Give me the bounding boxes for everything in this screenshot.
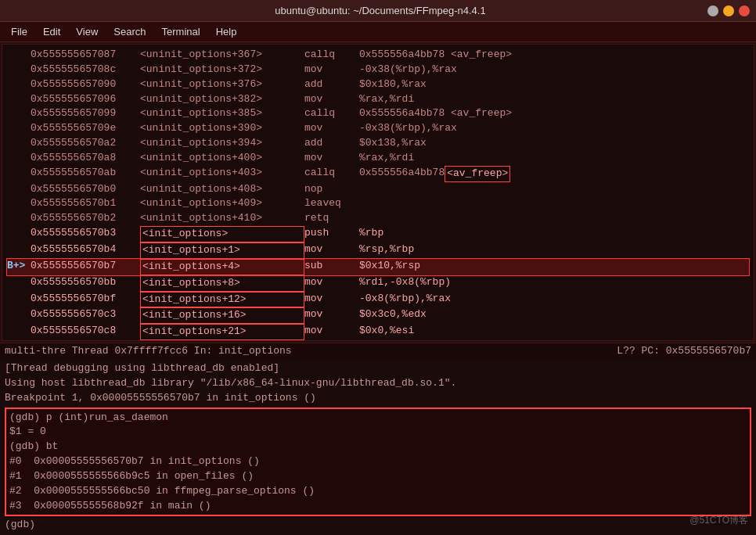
window-controls[interactable] <box>707 5 750 16</box>
asm-marker <box>7 166 31 182</box>
asm-line: 0x5555556570b0 <uninit_options+408> nop <box>7 182 749 197</box>
asm-operand: %rax,%rdi <box>359 151 414 166</box>
asm-address: 0x5555556570b0 <box>31 182 140 197</box>
gdb-line: (gdb) p (int)run_as_daemon <box>9 411 747 425</box>
assembly-view: 0x555555657087 <uninit_options+367> call… <box>2 44 754 341</box>
menu-file[interactable]: File <box>3 24 35 39</box>
asm-address: 0x55555565708c <box>31 63 140 77</box>
asm-function: <uninit_options+376> <box>140 77 304 92</box>
asm-marker <box>7 106 31 121</box>
asm-operand: -0x8(%rbp),%rax <box>359 292 451 308</box>
asm-function: <uninit_options+400> <box>140 151 304 166</box>
asm-marker <box>7 63 31 77</box>
asm-line: 0x55555565709e <uninit_options+390> mov … <box>7 121 749 136</box>
asm-operand: %rax,%rdi <box>359 340 414 341</box>
asm-address: 0x5555556570b7 <box>31 259 140 275</box>
asm-line: 0x5555556570b4 <init_options+1> mov %rsp… <box>7 242 749 259</box>
status-right: L?? PC: 0x5555556570b7 <box>617 345 751 357</box>
asm-address: 0x5555556570a8 <box>31 151 140 166</box>
menu-terminal[interactable]: Terminal <box>154 24 208 39</box>
asm-line: 0x555555657096 <uninit_options+382> mov … <box>7 92 749 107</box>
asm-address: 0x5555556570c8 <box>31 324 140 340</box>
asm-address: 0x5555556570b1 <box>31 196 140 211</box>
asm-marker <box>7 92 31 107</box>
asm-address: 0x5555556570b2 <box>31 211 140 226</box>
asm-address: 0x555555657099 <box>31 106 140 121</box>
asm-address: 0x5555556570bf <box>31 292 140 308</box>
asm-marker <box>7 121 31 136</box>
asm-line: 0x5555556570b3 <init_options> push %rbp <box>7 226 749 242</box>
asm-operand: -0x38(%rbp),%rax <box>359 63 457 77</box>
asm-line: 0x555555657090 <uninit_options+376> add … <box>7 77 749 92</box>
maximize-button[interactable] <box>723 5 734 16</box>
asm-operand: 0x555556a4bb78 <av_freep> <box>359 48 512 63</box>
terminal-line: Breakpoint 1, 0x00005555556570b7 in init… <box>5 391 751 406</box>
asm-line: 0x5555556570a8 <uninit_options+400> mov … <box>7 151 749 166</box>
asm-function: <init_options+4> <box>140 259 304 275</box>
asm-instruction: callq <box>304 106 359 121</box>
asm-instruction: mov <box>304 324 359 340</box>
asm-instruction: callq <box>304 48 359 63</box>
asm-line: B+>0x5555556570b7 <init_options+4> sub $… <box>7 259 749 275</box>
asm-instruction: add <box>304 77 359 92</box>
asm-function: <uninit_options+409> <box>140 196 304 211</box>
close-button[interactable] <box>739 5 750 16</box>
minimize-button[interactable] <box>707 5 718 16</box>
asm-marker <box>7 307 31 324</box>
asm-function: <init_options+16> <box>140 307 304 324</box>
asm-line: 0x55555565708c <uninit_options+372> mov … <box>7 63 749 77</box>
asm-address: 0x5555556570bb <box>31 275 140 292</box>
asm-instruction: mov <box>304 275 359 292</box>
asm-line: 0x5555556570cd <init_options+26> mov %ra… <box>7 340 749 341</box>
asm-marker <box>7 182 31 197</box>
asm-function: <init_options+1> <box>140 242 304 259</box>
asm-instruction: mov <box>304 292 359 308</box>
asm-function: <init_options+8> <box>140 275 304 292</box>
asm-line: 0x5555556570c3 <init_options+16> mov $0x… <box>7 307 749 324</box>
gdb-line: (gdb) bt <box>9 440 747 454</box>
terminal-line: Using host libthread_db library "/lib/x8… <box>5 376 751 391</box>
gdb-line: $1 = 0 <box>9 425 747 440</box>
asm-operand: 0x555556a4bb78 <box>359 166 445 182</box>
asm-function: <uninit_options+367> <box>140 48 304 63</box>
window-title: ubuntu@ubuntu: ~/Documents/FFmpeg-n4.4.1 <box>53 5 707 16</box>
asm-function: <uninit_options+403> <box>140 166 304 182</box>
menu-view[interactable]: View <box>68 24 106 39</box>
asm-marker <box>7 211 31 226</box>
titlebar: ubuntu@ubuntu: ~/Documents/FFmpeg-n4.4.1 <box>0 0 756 22</box>
asm-operand: $0x3c0,%edx <box>359 307 427 324</box>
asm-function: <init_options+12> <box>140 292 304 308</box>
terminal-line: [Thread debugging using libthread_db ena… <box>5 361 751 376</box>
asm-instruction: add <box>304 136 359 151</box>
asm-address: 0x5555556570c3 <box>31 307 140 324</box>
asm-function: <uninit_options+390> <box>140 121 304 136</box>
asm-marker <box>7 324 31 340</box>
asm-instruction: leaveq <box>304 196 359 211</box>
asm-line: 0x5555556570ab <uninit_options+403> call… <box>7 166 749 182</box>
asm-operand: %rbp <box>359 226 383 242</box>
asm-instruction: sub <box>304 259 359 275</box>
asm-instruction: callq <box>304 166 359 182</box>
asm-operand: %rsp,%rbp <box>359 242 414 259</box>
asm-marker <box>7 196 31 211</box>
status-text: multi-thre Thread 0x7ffff7fcc6 In: init_… <box>5 345 292 357</box>
menu-edit[interactable]: Edit <box>35 24 68 39</box>
asm-line: 0x5555556570b1 <uninit_options+409> leav… <box>7 196 749 211</box>
asm-function: <init_options+21> <box>140 324 304 340</box>
asm-line: 0x5555556570b2 <uninit_options+410> retq <box>7 211 749 226</box>
gdb-output-block: (gdb) p (int)run_as_daemon$1 = 0(gdb) bt… <box>5 408 751 517</box>
asm-function: <uninit_options+382> <box>140 92 304 107</box>
asm-marker: B+> <box>7 259 31 275</box>
menu-help[interactable]: Help <box>208 24 245 39</box>
asm-line: 0x555555657099 <uninit_options+385> call… <box>7 106 749 121</box>
asm-marker <box>7 151 31 166</box>
asm-instruction: push <box>304 226 359 242</box>
asm-line: 0x555555657087 <uninit_options+367> call… <box>7 48 749 63</box>
menu-search[interactable]: Search <box>106 24 153 39</box>
asm-function: <uninit_options+372> <box>140 63 304 77</box>
asm-instruction: mov <box>304 92 359 107</box>
asm-function: <init_options+26> <box>140 340 304 341</box>
asm-address: 0x55555565709e <box>31 121 140 136</box>
asm-marker <box>7 340 31 341</box>
asm-address: 0x555555657087 <box>31 48 140 63</box>
